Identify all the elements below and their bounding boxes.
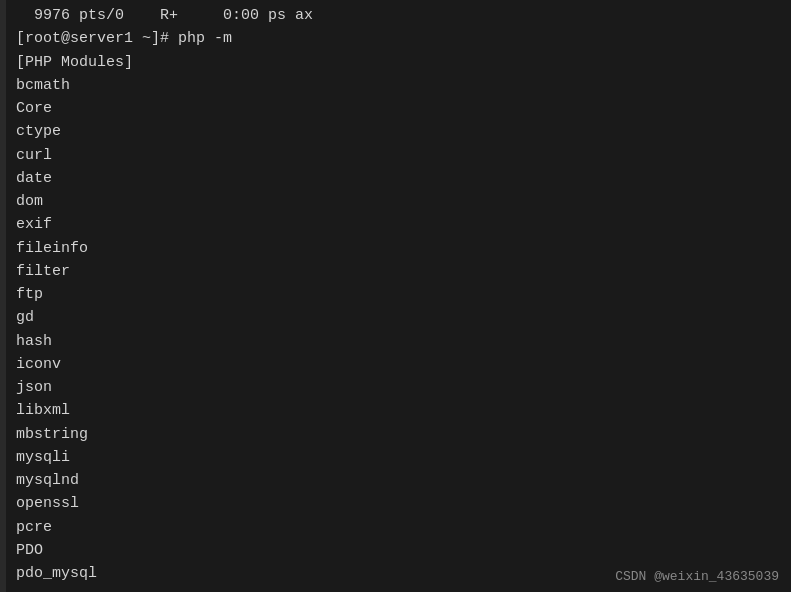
terminal-window[interactable]: 9976 pts/0 R+ 0:00 ps ax[root@server1 ~]…	[0, 0, 791, 592]
terminal-content: 9976 pts/0 R+ 0:00 ps ax[root@server1 ~]…	[8, 4, 783, 585]
terminal-line: [PHP Modules]	[16, 51, 783, 74]
terminal-line: Core	[16, 97, 783, 120]
terminal-line: 9976 pts/0 R+ 0:00 ps ax	[16, 4, 783, 27]
terminal-line: hash	[16, 330, 783, 353]
terminal-line: dom	[16, 190, 783, 213]
terminal-line: ftp	[16, 283, 783, 306]
terminal-line: filter	[16, 260, 783, 283]
terminal-line: iconv	[16, 353, 783, 376]
terminal-line: libxml	[16, 399, 783, 422]
terminal-line: mbstring	[16, 423, 783, 446]
terminal-line: ctype	[16, 120, 783, 143]
terminal-line: fileinfo	[16, 237, 783, 260]
terminal-line: gd	[16, 306, 783, 329]
terminal-line: json	[16, 376, 783, 399]
terminal-line: curl	[16, 144, 783, 167]
terminal-line: [root@server1 ~]# php -m	[16, 27, 783, 50]
terminal-line: openssl	[16, 492, 783, 515]
terminal-line: mysqlnd	[16, 469, 783, 492]
terminal-line: pcre	[16, 516, 783, 539]
terminal-line: mysqli	[16, 446, 783, 469]
watermark: CSDN @weixin_43635039	[615, 569, 779, 584]
terminal-line: date	[16, 167, 783, 190]
left-border	[0, 0, 6, 592]
terminal-line: PDO	[16, 539, 783, 562]
terminal-line: bcmath	[16, 74, 783, 97]
terminal-line: exif	[16, 213, 783, 236]
